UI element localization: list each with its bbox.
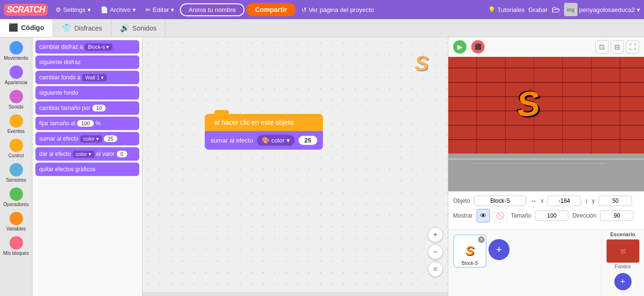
block-fijar-tamano[interactable]: fijar tamaño al 100 % (35, 117, 139, 130)
sidebar-item-misbloques[interactable]: Mis bloques (1, 234, 32, 258)
costume-icon: 👕 (62, 23, 71, 33)
tab-codigo[interactable]: ⬛ Código (0, 19, 53, 37)
sidebar-item-apariencia[interactable]: Apariencia (1, 64, 32, 87)
top-navigation: SCRATCH ⚙ Settings ▾ 📄 Archivo ▾ ✏ Edita… (0, 0, 644, 19)
zoom-in-button[interactable]: + (428, 227, 443, 242)
body-block-text: sumar al efecto (211, 137, 253, 144)
ground-line2 (472, 163, 606, 164)
sound-icon: 🔊 (120, 23, 130, 33)
control-dot (10, 139, 23, 152)
sprite-remove-button[interactable]: ✕ (478, 236, 485, 243)
zoom-out-button[interactable]: − (428, 244, 443, 260)
movimiento-dot (10, 41, 23, 55)
block-sumar-efecto[interactable]: sumar al efecto color ▾ 25 (35, 132, 139, 145)
dar-efecto-dropdown[interactable]: color ▾ (73, 151, 94, 158)
sprite-thumb-blocks[interactable]: S ✕ Block-S (453, 234, 487, 268)
tab-disfraces[interactable]: 👕 Disfraces (53, 20, 111, 36)
user-menu[interactable]: img penyagolosaeduca2 ▾ (564, 3, 640, 16)
block-cambiar-fondo[interactable]: cambiar fondo a Wall 1 ▾ (35, 71, 139, 84)
sensores-label: Sensores (6, 177, 26, 183)
settings-menu[interactable]: ⚙ Settings ▾ (52, 4, 95, 15)
variables-dot (10, 212, 23, 225)
anima-button[interactable]: Anima tu nombre (180, 3, 244, 16)
y-input[interactable] (599, 196, 632, 206)
sidebar-item-movimiento[interactable]: Movimiento (1, 39, 32, 63)
backdrop-thumb[interactable]: 🧱 (606, 239, 640, 263)
dar-efecto-value[interactable]: 0 (117, 151, 127, 157)
ver-proyecto-button[interactable]: ↺ Ver página del proyecto (298, 4, 378, 15)
direccion-label: Dirección (572, 212, 596, 219)
x-label: x (541, 197, 544, 204)
add-sprite-button[interactable]: + (489, 239, 510, 260)
hide-button[interactable]: 🚫 (494, 209, 507, 222)
show-button[interactable]: 👁 (477, 209, 490, 222)
play-button[interactable]: ▶ (453, 40, 466, 54)
hat-block[interactable]: al hacer clic en este objeto (205, 114, 323, 131)
x-arrow-icon: ↔ (530, 197, 537, 205)
stop-button[interactable]: ⬛ (471, 40, 485, 54)
block-siguiente-disfraz[interactable]: siguiente disfraz (35, 55, 139, 69)
fondo-dropdown[interactable]: Wall 1 ▾ (82, 74, 107, 81)
efecto-value[interactable]: 25 (104, 135, 117, 142)
tamano-value[interactable]: 10 (92, 105, 106, 111)
tab-bar: ⬛ Código 👕 Disfraces 🔊 Sonidos (0, 19, 644, 37)
block-siguiente-fondo[interactable]: siguiente fondo (35, 86, 139, 99)
avatar: img (564, 3, 577, 16)
stage-small-view[interactable]: ⊡ (595, 40, 609, 54)
editar-menu[interactable]: ✏ Editar ▾ (142, 4, 178, 15)
operadores-dot (10, 187, 23, 201)
script-number-value[interactable]: 25 (299, 136, 317, 145)
script-efecto-dropdown[interactable]: 🎨 color ▾ (257, 135, 295, 146)
compartir-button[interactable]: Compartir (246, 3, 296, 16)
block-cambiar-disfraz[interactable]: cambiar disfraz a Block-s ▾ (35, 40, 139, 54)
grabar-button[interactable]: Grabar (528, 6, 547, 13)
scratch-s-watermark: S (415, 52, 429, 76)
sidebar-item-eventos[interactable]: Eventos (1, 112, 32, 136)
script-area[interactable]: S al hacer clic en este objeto sumar al … (143, 37, 448, 296)
horizontal-scrollbar[interactable] (143, 292, 448, 296)
body-block[interactable]: sumar al efecto 🎨 color ▾ 25 (205, 131, 323, 150)
tab-sonidos[interactable]: 🔊 Sonidos (111, 20, 166, 36)
objeto-label: Objeto (453, 197, 470, 204)
sidebar-item-control[interactable]: Control (1, 137, 32, 160)
sprites-strip: S ✕ Block-S + Escenario 🧱 Fondos + (448, 229, 644, 296)
disfraz-dropdown[interactable]: Block-s ▾ (85, 44, 112, 51)
chevron-down-icon: ▾ (88, 6, 91, 13)
sonido-label: Sonido (9, 104, 23, 110)
movimiento-label: Movimiento (4, 55, 28, 61)
efecto-dropdown[interactable]: color ▾ (80, 135, 102, 143)
archivo-menu[interactable]: 📄 Archivo ▾ (97, 4, 140, 15)
sidebar-item-variables[interactable]: Variables (1, 210, 32, 233)
sprite-name-input[interactable] (474, 196, 526, 206)
backdrop-preview: 🧱 (620, 249, 626, 254)
control-label: Control (8, 153, 23, 158)
sidebar-item-sonido[interactable]: Sonido (1, 88, 32, 111)
sidebar-item-sensores[interactable]: Sensores (1, 161, 32, 185)
lightbulb-icon: 💡 (488, 6, 496, 13)
direction-input[interactable] (600, 210, 633, 221)
username-label: penyagolosaeduca2 (579, 6, 635, 13)
tutoriales-button[interactable]: 💡 Tutoriales (488, 6, 525, 13)
block-text2: el valor (96, 151, 115, 157)
size-input[interactable] (535, 210, 568, 221)
category-sidebar: Movimiento Apariencia Sonido Eventos Con… (0, 37, 33, 296)
fijar-tamano-value[interactable]: 100 (77, 120, 93, 127)
sidebar-item-operadores[interactable]: Operadores (1, 186, 32, 209)
folder-icon[interactable]: 🗁 (552, 5, 560, 15)
block-text: dar al efecto (39, 151, 71, 157)
block-quitar-efectos[interactable]: quitar efectos gráficos (35, 163, 139, 176)
file-icon: 📄 (100, 6, 108, 13)
chevron-down-icon: ▾ (287, 137, 290, 144)
blocks-panel: cambiar disfraz a Block-s ▾ siguiente di… (33, 37, 143, 296)
x-input[interactable] (547, 196, 581, 206)
zoom-fit-button[interactable]: = (428, 262, 443, 277)
block-cambiar-tamano[interactable]: cambiar tamaño por 10 (35, 101, 139, 115)
escenario-label: Escenario (610, 231, 635, 237)
brick-wall-bg (448, 57, 644, 153)
fondos-label: Fondos (615, 264, 631, 269)
add-backdrop-button[interactable]: + (614, 273, 632, 290)
stage-full-view[interactable]: ⛶ (626, 40, 639, 54)
block-dar-efecto[interactable]: dar al efecto color ▾ el valor 0 (35, 147, 139, 161)
script-dropdown-icon: 🎨 (262, 137, 269, 144)
stage-split-view[interactable]: ⊟ (611, 40, 624, 54)
